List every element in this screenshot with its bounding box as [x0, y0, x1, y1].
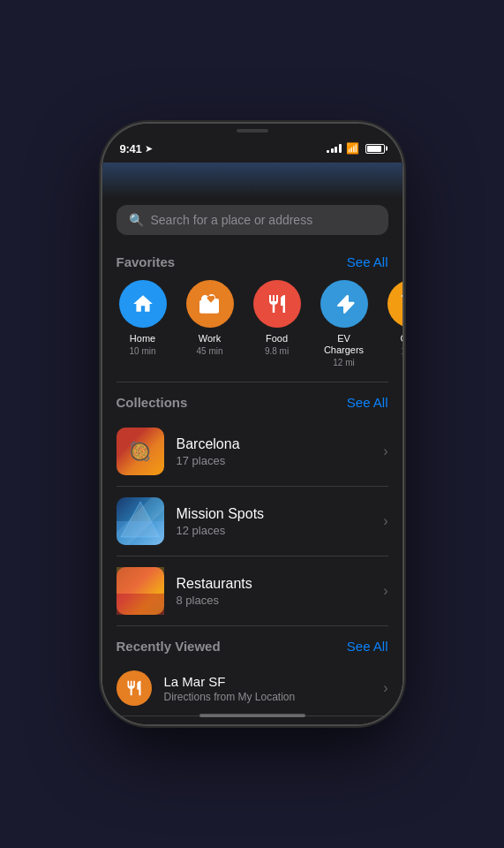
- collection-restaurants-name: Restaurants: [177, 576, 252, 592]
- recently-viewed-title: Recently Viewed: [117, 639, 221, 654]
- collection-mission-name: Mission Spots: [177, 506, 265, 522]
- search-placeholder: Search for a place or address: [151, 213, 313, 227]
- search-bar[interactable]: 🔍 Search for a place or address: [117, 205, 388, 235]
- phone-frame: 9:41 ➤ 📶 🔍 Search fo: [102, 124, 402, 724]
- wifi-icon: 📶: [346, 142, 359, 155]
- favorite-ev-sublabel: 12 mi: [333, 358, 354, 367]
- favorite-grocery-sublabel: 13 m: [401, 346, 402, 356]
- favorite-work-sublabel: 45 min: [196, 346, 222, 356]
- collections-header: Collections See All: [102, 382, 402, 417]
- collection-barcelona-count: 17 places: [177, 454, 240, 467]
- collection-barcelona-thumb: 🥘: [117, 428, 164, 475]
- recent-lamar-addr: Directions from My Location: [164, 691, 296, 703]
- recent-lamar-icon: [117, 670, 152, 706]
- collection-restaurants-count: 8 places: [177, 594, 252, 607]
- location-arrow-icon: ➤: [145, 143, 153, 155]
- collections-title: Collections: [117, 395, 188, 410]
- collection-mission-info: Mission Spots 12 places: [177, 506, 265, 537]
- favorite-work-label: Work: [199, 333, 221, 344]
- collection-barcelona-info: Barcelona 17 places: [177, 436, 240, 467]
- collection-mission-thumb: [117, 497, 164, 545]
- favorite-food-label: Food: [266, 333, 288, 344]
- map-background: [102, 163, 402, 198]
- collection-mission-count: 12 places: [177, 524, 265, 537]
- favorite-home[interactable]: Home 10 min: [117, 280, 169, 367]
- favorites-see-all[interactable]: See All: [347, 254, 388, 269]
- svg-rect-3: [117, 567, 164, 594]
- search-icon: 🔍: [129, 213, 144, 227]
- recent-candy[interactable]: The Candy Store 1507 Vallejo St, San Fra…: [102, 716, 402, 724]
- drag-pill: [237, 129, 268, 132]
- favorite-ev-label: EV Chargers: [318, 333, 371, 356]
- collections-see-all[interactable]: See All: [347, 395, 388, 410]
- favorites-header: Favorites See All: [102, 242, 402, 276]
- recent-lamar-name: La Mar SF: [164, 674, 296, 689]
- search-bar-container: 🔍 Search for a place or address: [102, 198, 402, 242]
- favorite-home-label: Home: [130, 333, 155, 344]
- chevron-right-icon-4: ›: [383, 680, 387, 696]
- favorite-work-icon: [186, 280, 234, 328]
- status-icons: 📶: [327, 142, 385, 155]
- recently-viewed-see-all[interactable]: See All: [347, 639, 388, 654]
- signal-bars-icon: [327, 144, 342, 153]
- favorite-food[interactable]: Food 9.8 mi: [251, 280, 304, 367]
- favorite-food-icon: [253, 280, 301, 328]
- collection-barcelona[interactable]: 🥘 Barcelona 17 places ›: [102, 417, 402, 486]
- recent-lamar-info: La Mar SF Directions from My Location: [164, 674, 296, 703]
- collection-barcelona-name: Barcelona: [177, 436, 240, 452]
- chevron-right-icon: ›: [383, 443, 387, 459]
- status-time: 9:41: [120, 142, 142, 155]
- favorite-grocery-label: Groc: [401, 333, 402, 344]
- battery-icon: [365, 144, 385, 154]
- favorite-food-sublabel: 9.8 mi: [265, 346, 289, 356]
- collection-restaurants-thumb: [117, 567, 164, 615]
- chevron-right-icon-2: ›: [383, 513, 387, 529]
- collection-restaurants-info: Restaurants 8 places: [177, 576, 252, 607]
- favorite-home-icon: [119, 280, 167, 328]
- favorite-grocery-icon: [387, 280, 402, 328]
- svg-rect-2: [117, 594, 164, 615]
- main-content: Favorites See All Home 10 min Wor: [102, 242, 402, 724]
- favorite-home-sublabel: 10 min: [129, 346, 155, 356]
- notch: [195, 124, 310, 148]
- favorites-title: Favorites: [117, 254, 176, 269]
- favorites-list: Home 10 min Work 45 min Food: [102, 276, 402, 382]
- favorite-ev[interactable]: EV Chargers 12 mi: [318, 280, 371, 367]
- phone-screen: 9:41 ➤ 📶 🔍 Search fo: [102, 124, 402, 724]
- collection-mission[interactable]: Mission Spots 12 places ›: [102, 487, 402, 556]
- collection-restaurants[interactable]: Restaurants 8 places ›: [102, 556, 402, 625]
- favorite-ev-icon: [320, 280, 368, 328]
- home-indicator: [199, 714, 305, 717]
- favorite-work[interactable]: Work 45 min: [184, 280, 237, 367]
- chevron-right-icon-3: ›: [383, 583, 387, 599]
- favorite-grocery[interactable]: Groc 13 m: [385, 280, 402, 367]
- recent-lamar[interactable]: La Mar SF Directions from My Location ›: [102, 661, 402, 716]
- recently-viewed-header: Recently Viewed See All: [102, 626, 402, 661]
